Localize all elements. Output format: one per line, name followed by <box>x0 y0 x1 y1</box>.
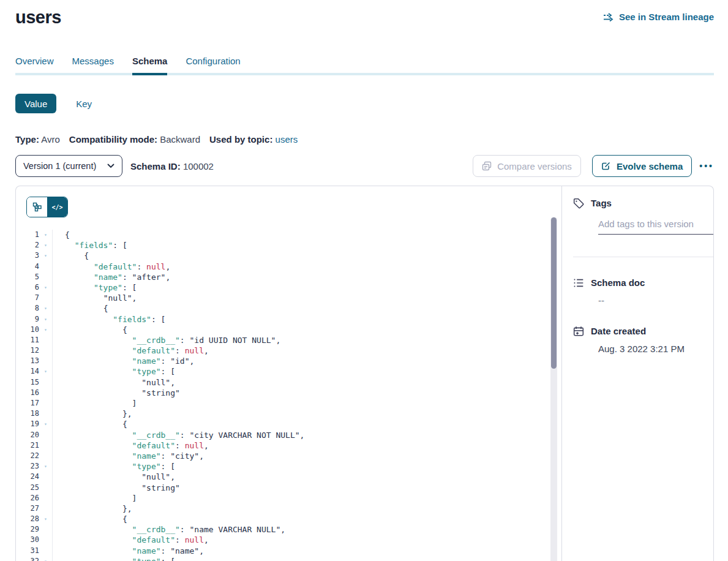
version-select[interactable]: Version 1 (current) <box>15 155 122 177</box>
date-created-title: Date created <box>591 326 646 337</box>
code-text: "name": "name", <box>52 546 204 556</box>
line-number: 15 <box>16 377 39 388</box>
add-tags-input[interactable] <box>598 219 714 235</box>
date-created-header: Date created <box>573 326 714 337</box>
chevron-down-icon <box>107 164 114 168</box>
code-line: 14▾ "type": [ <box>16 366 548 377</box>
code-line: 28▾ { <box>16 514 548 524</box>
code-line: 25 "string" <box>16 483 548 493</box>
code-viewer: </> 1▾{2▾ "fields": [3▾ {4 "default": nu… <box>16 186 562 561</box>
fold-caret-icon[interactable]: ▾ <box>39 230 52 240</box>
code-line: 29 "__crdb__": "name VARCHAR NULL", <box>16 524 548 535</box>
code-line: 10▾ { <box>16 325 548 335</box>
fold-caret-icon[interactable]: ▾ <box>39 461 52 472</box>
schema-meta-row: Type: Avro Compatibility mode: Backward … <box>15 134 714 145</box>
page-title: users <box>15 7 61 28</box>
line-number: 28 <box>16 514 39 524</box>
code-line: 9▾ "fields": [ <box>16 314 548 325</box>
code-text: "type": [ <box>52 282 137 293</box>
code-text: "__crdb__": "id UUID NOT NULL", <box>52 335 280 345</box>
line-number: 32 <box>16 556 39 561</box>
page: users See in Stream lineage Overview Mes… <box>0 0 728 561</box>
code-view-icon: </> <box>51 204 62 211</box>
line-number: 21 <box>16 440 39 451</box>
scrollbar-track[interactable] <box>550 217 557 561</box>
line-number: 22 <box>16 451 39 461</box>
schema-id-value: 100002 <box>183 161 214 171</box>
fold-caret-placeholder <box>39 356 52 366</box>
line-number: 29 <box>16 524 39 535</box>
line-number: 24 <box>16 472 39 482</box>
compare-versions-label: Compare versions <box>497 161 572 171</box>
fold-caret-icon[interactable]: ▾ <box>39 366 52 377</box>
tree-view-icon <box>32 202 42 212</box>
code-text: { <box>52 230 70 240</box>
fold-caret-icon[interactable]: ▾ <box>39 282 52 293</box>
compare-versions-button[interactable]: Compare versions <box>473 155 581 177</box>
schema-doc-section: Schema doc -- <box>562 277 714 306</box>
key-toggle-button[interactable]: Key <box>72 98 96 110</box>
tab-configuration[interactable]: Configuration <box>186 56 240 73</box>
tree-view-button[interactable] <box>27 197 47 217</box>
more-options-button[interactable]: ••• <box>699 161 714 171</box>
edit-icon <box>601 161 611 171</box>
code-text: "default": null, <box>52 440 209 451</box>
fold-caret-placeholder <box>39 388 52 398</box>
sidebar-divider <box>573 257 714 257</box>
code-line: 3▾ { <box>16 250 548 261</box>
line-number: 20 <box>16 430 39 440</box>
fold-caret-icon[interactable]: ▾ <box>39 250 52 261</box>
schema-sidebar: Tags <box>562 186 714 561</box>
code-line: 27 }, <box>16 503 548 514</box>
code-line: 1▾{ <box>16 230 548 240</box>
fold-caret-placeholder <box>39 345 52 356</box>
evolve-schema-label: Evolve schema <box>617 161 683 171</box>
line-number: 12 <box>16 345 39 356</box>
fold-caret-icon[interactable]: ▾ <box>39 303 52 314</box>
code-line: 2▾ "fields": [ <box>16 240 548 250</box>
code-text: }, <box>52 409 132 419</box>
code-view-button[interactable]: </> <box>47 197 67 217</box>
code-text: { <box>52 419 127 429</box>
used-by-topic-link[interactable]: users <box>276 134 298 145</box>
code-text: ] <box>52 398 137 409</box>
tags-section: Tags <box>562 198 714 235</box>
fold-caret-icon[interactable]: ▾ <box>39 419 52 429</box>
line-number: 5 <box>16 272 39 282</box>
line-number: 11 <box>16 335 39 345</box>
date-created-section: Date created Aug. 3 2022 3:21 PM <box>562 326 714 354</box>
code-line: 7 "null", <box>16 293 548 303</box>
fold-caret-icon[interactable]: ▾ <box>39 556 52 561</box>
fold-caret-placeholder <box>39 409 52 419</box>
fold-caret-placeholder <box>39 451 52 461</box>
stream-lineage-link[interactable]: See in Stream lineage <box>603 12 714 22</box>
fold-caret-icon[interactable]: ▾ <box>39 240 52 250</box>
schema-doc-title: Schema doc <box>591 277 645 288</box>
fold-caret-placeholder <box>39 546 52 556</box>
fold-caret-placeholder <box>39 262 52 272</box>
line-number: 19 <box>16 419 39 429</box>
scrollbar-thumb[interactable] <box>551 217 557 369</box>
tab-overview[interactable]: Overview <box>15 56 54 73</box>
tab-schema[interactable]: Schema <box>132 56 168 75</box>
list-icon <box>573 277 584 288</box>
stream-lineage-icon <box>603 12 614 22</box>
code-line: 31 "name": "name", <box>16 546 548 556</box>
fold-caret-icon[interactable]: ▾ <box>39 514 52 524</box>
evolve-schema-button[interactable]: Evolve schema <box>592 155 692 177</box>
code-text: "type": [ <box>52 461 175 472</box>
schema-doc-header: Schema doc <box>573 277 714 288</box>
fold-caret-icon[interactable]: ▾ <box>39 314 52 325</box>
line-number: 30 <box>16 535 39 545</box>
value-toggle-button[interactable]: Value <box>15 94 56 113</box>
code-line: 19▾ { <box>16 419 548 429</box>
stream-lineage-label: See in Stream lineage <box>619 12 714 22</box>
code-text: "name": "city", <box>52 451 204 461</box>
code-line: 18 }, <box>16 409 548 419</box>
tab-messages[interactable]: Messages <box>72 56 114 73</box>
code-line: 12 "default": null, <box>16 345 548 356</box>
code-text: "null", <box>52 377 175 388</box>
code-line: 5 "name": "after", <box>16 272 548 282</box>
fold-caret-icon[interactable]: ▾ <box>39 325 52 335</box>
fold-caret-placeholder <box>39 524 52 535</box>
